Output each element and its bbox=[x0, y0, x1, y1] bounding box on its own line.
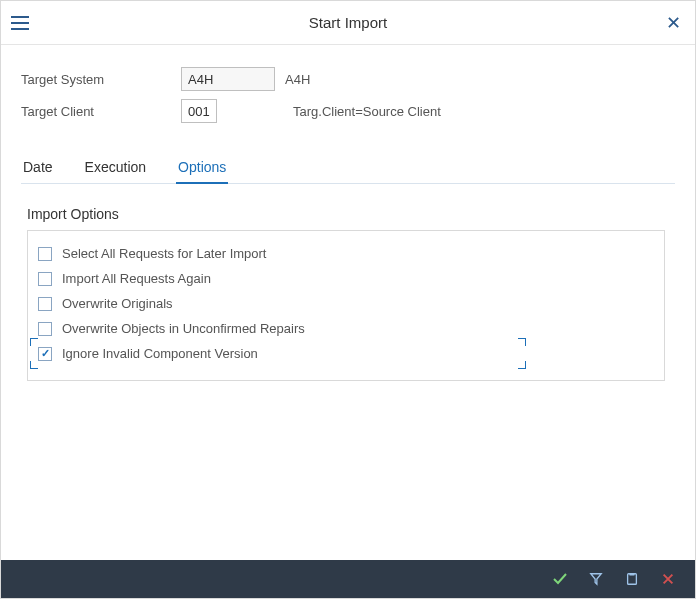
checkbox-select-all-later[interactable] bbox=[38, 247, 52, 261]
cancel-icon[interactable] bbox=[659, 570, 677, 588]
menu-icon[interactable] bbox=[11, 11, 35, 35]
close-icon[interactable]: ✕ bbox=[661, 12, 685, 34]
import-options-title: Import Options bbox=[27, 206, 675, 222]
option-label: Overwrite Objects in Unconfirmed Repairs bbox=[62, 321, 305, 336]
focus-corner-icon bbox=[30, 361, 38, 369]
target-system-label: Target System bbox=[21, 72, 181, 87]
clipboard-icon[interactable] bbox=[623, 570, 641, 588]
focus-corner-icon bbox=[518, 338, 526, 346]
tab-date[interactable]: Date bbox=[21, 153, 55, 183]
svg-rect-1 bbox=[629, 573, 634, 576]
checkbox-ignore-invalid-version[interactable] bbox=[38, 347, 52, 361]
target-client-label: Target Client bbox=[21, 104, 181, 119]
tab-options[interactable]: Options bbox=[176, 153, 228, 183]
dialog-body: Target System A4H Target Client Targ.Cli… bbox=[1, 45, 695, 560]
option-overwrite-originals[interactable]: Overwrite Originals bbox=[36, 291, 656, 316]
target-client-input[interactable] bbox=[181, 99, 217, 123]
target-system-input[interactable] bbox=[181, 67, 275, 91]
option-label: Import All Requests Again bbox=[62, 271, 211, 286]
option-label: Overwrite Originals bbox=[62, 296, 173, 311]
option-ignore-invalid-version[interactable]: Ignore Invalid Component Version bbox=[36, 341, 656, 366]
confirm-icon[interactable] bbox=[551, 570, 569, 588]
option-import-again[interactable]: Import All Requests Again bbox=[36, 266, 656, 291]
focus-corner-icon bbox=[518, 361, 526, 369]
option-label: Select All Requests for Later Import bbox=[62, 246, 266, 261]
dialog-header: Start Import ✕ bbox=[1, 1, 695, 45]
tab-execution[interactable]: Execution bbox=[83, 153, 148, 183]
checkbox-overwrite-originals[interactable] bbox=[38, 297, 52, 311]
filter-icon[interactable] bbox=[587, 570, 605, 588]
tab-strip: Date Execution Options bbox=[21, 153, 675, 184]
focus-corner-icon bbox=[30, 338, 38, 346]
option-label: Ignore Invalid Component Version bbox=[62, 346, 258, 361]
target-client-row: Target Client Targ.Client=Source Client bbox=[21, 99, 675, 123]
target-client-desc: Targ.Client=Source Client bbox=[293, 104, 441, 119]
option-select-all-later[interactable]: Select All Requests for Later Import bbox=[36, 241, 656, 266]
dialog-title: Start Import bbox=[35, 14, 661, 31]
checkbox-import-again[interactable] bbox=[38, 272, 52, 286]
dialog-footer bbox=[1, 560, 695, 598]
option-overwrite-unconfirmed[interactable]: Overwrite Objects in Unconfirmed Repairs bbox=[36, 316, 656, 341]
target-system-desc: A4H bbox=[285, 72, 310, 87]
checkbox-overwrite-unconfirmed[interactable] bbox=[38, 322, 52, 336]
import-options-box: Select All Requests for Later Import Imp… bbox=[27, 230, 665, 381]
target-system-row: Target System A4H bbox=[21, 67, 675, 91]
